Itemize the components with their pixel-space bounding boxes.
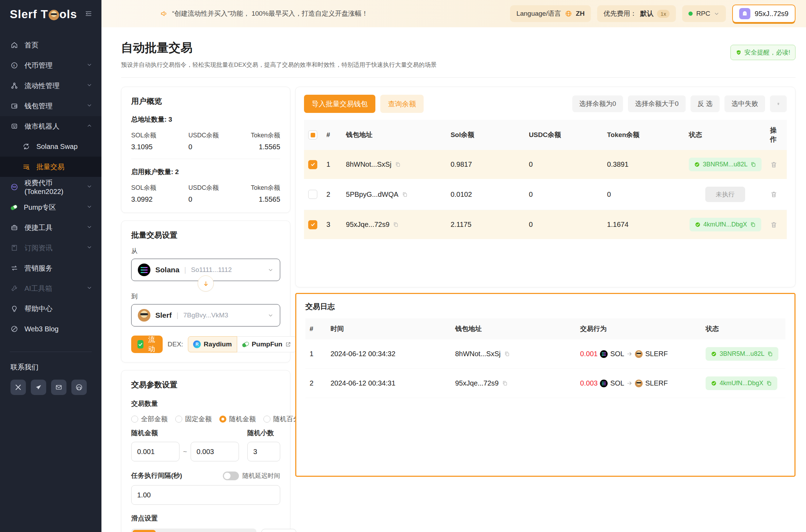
chevron-down-icon [86, 102, 92, 110]
random-amount-min-input[interactable] [131, 442, 179, 461]
select-all-checkbox[interactable] [308, 130, 317, 139]
sidebar-item-tax-token[interactable]: TAX 税费代币(Token2022) [0, 177, 101, 197]
slippage-0.3-option[interactable]: 0.3% [156, 531, 181, 532]
quantity-label: 交易数量 [131, 399, 280, 408]
language-selector[interactable]: Language/语言 ZH [510, 5, 591, 22]
total-sol-balance: SOL余额3.1095 [131, 131, 156, 151]
random-delay-label: 随机延迟时间 [242, 472, 280, 480]
params-title: 交易参数设置 [131, 380, 280, 390]
sidebar: Slerf Tols 首页 $ 代币管理 流动性管理 钱包管理 做市机器 [0, 0, 101, 532]
log-row: 1 2024-06-12 00:34:32 8hWNot...SxSj 0.00… [305, 339, 785, 369]
interval-input[interactable] [131, 485, 280, 505]
check-circle-icon [694, 161, 700, 167]
batch-trade-settings-card: 批量交易设置 从 Solana | So1111...1112 到 Slerf … [121, 221, 290, 362]
chevron-down-icon [268, 312, 274, 318]
copy-icon [750, 161, 756, 167]
sidebar-item-help-center[interactable]: 帮助中心 [0, 299, 101, 319]
select-failed-button[interactable]: 选中失败 [724, 95, 765, 112]
priority-fee-selector[interactable]: 优先费用： 默认 1x [597, 5, 676, 22]
sidebar-item-pump-zone[interactable]: Pump专区 [0, 197, 101, 217]
swap-icon [22, 143, 30, 150]
select-zero-balance-button[interactable]: 选择余额为0 [572, 95, 623, 112]
table-row: 3 95xJqe...72s9 2.1175 0 1.1674 4kmUfN..… [304, 210, 787, 239]
nodes-icon [10, 82, 18, 89]
github-icon[interactable] [71, 380, 87, 395]
row-checkbox[interactable] [308, 190, 317, 199]
log-title: 交易日志 [305, 302, 785, 311]
safety-notice-button[interactable]: 安全提醒，必读! [730, 45, 796, 60]
tx-status-badge[interactable]: 4kmUfN...DbgX [706, 376, 777, 390]
invert-selection-button[interactable]: 反 选 [691, 95, 720, 112]
query-balance-button[interactable]: 查询余额 [380, 95, 424, 113]
app-logo[interactable]: Slerf Tols [10, 8, 77, 21]
sidebar-item-token-management[interactable]: $ 代币管理 [0, 55, 101, 76]
row-checkbox[interactable] [308, 220, 317, 229]
dex-raydium-button[interactable]: R Raydium [188, 336, 237, 352]
import-wallets-button[interactable]: 导入批量交易钱包 [304, 95, 375, 113]
sidebar-menu: 首页 $ 代币管理 流动性管理 钱包管理 做市机器人 Solana Swa [0, 26, 101, 339]
radio-all-amount[interactable]: 全部金额 [131, 415, 168, 424]
sidebar-item-tools[interactable]: 便捷工具 [0, 217, 101, 238]
rpc-selector[interactable]: RPC [682, 5, 726, 22]
copy-icon[interactable] [393, 222, 399, 228]
radio-random-amount[interactable]: 随机金额 [219, 415, 256, 424]
copy-icon[interactable] [502, 380, 508, 386]
delete-row-icon[interactable] [770, 161, 783, 168]
page-title: 自动批量交易 [121, 40, 437, 56]
tx-status-badge[interactable]: 3BNR5M...u82L [689, 158, 762, 171]
sidebar-item-market-maker-bot[interactable]: 做市机器人 [0, 116, 101, 136]
collapse-sidebar-icon[interactable] [85, 10, 92, 19]
radio-fixed-amount[interactable]: 固定金额 [175, 415, 212, 424]
sidebar-item-news[interactable]: 订阅资讯 [0, 238, 101, 258]
copy-icon [766, 380, 772, 386]
random-decimals-label: 随机小数 [247, 429, 280, 438]
email-icon[interactable] [51, 380, 66, 395]
copy-icon[interactable] [402, 192, 408, 197]
robot-icon [10, 122, 18, 130]
sidebar-item-solana-swap[interactable]: Solana Swap [0, 136, 101, 157]
find-liquidity-pool-button[interactable]: 查找流动性池 [131, 336, 163, 353]
overview-title: 用户概览 [131, 96, 280, 107]
svg-text:TAX: TAX [12, 186, 16, 188]
slippage-custom-input[interactable] [261, 529, 296, 532]
copy-icon[interactable] [395, 161, 401, 167]
delete-row-icon[interactable] [770, 190, 783, 198]
sidebar-item-ai-toolbox[interactable]: AI工具箱 [0, 278, 101, 299]
dex-pumpfun-button[interactable]: PumpFun [237, 336, 297, 352]
sidebar-item-wallet-management[interactable]: 钱包管理 [0, 96, 101, 116]
random-amount-max-input[interactable] [191, 442, 239, 461]
sidebar-section-market-maker: 做市机器人 Solana Swap 批量交易 [0, 116, 101, 177]
swap-direction-button[interactable] [198, 275, 214, 292]
sidebar-item-home[interactable]: 首页 [0, 35, 101, 55]
sidebar-item-batch-trade[interactable]: 批量交易 [0, 157, 101, 177]
delete-selected-button[interactable] [770, 95, 787, 112]
tx-status-badge[interactable]: 4kmUfN...DbgX [690, 218, 761, 231]
sidebar-item-web3-blog[interactable]: Web3 Blog [0, 319, 101, 339]
random-delay-toggle[interactable] [223, 472, 239, 480]
slippage-auto-option[interactable]: 自动 [133, 530, 156, 532]
shield-check-icon [736, 50, 742, 56]
dex-label: DEX: [168, 340, 183, 348]
slippage-0.5-option[interactable]: 0.5% [181, 531, 205, 532]
telegram-icon[interactable] [31, 380, 46, 395]
x-twitter-icon[interactable] [10, 380, 26, 395]
sidebar-item-marketing[interactable]: 营销服务 [0, 258, 101, 278]
trade-log-panel: 交易日志 # 时间 钱包地址 交易行为 状态 1 [295, 293, 796, 477]
pill-icon [10, 206, 17, 209]
slippage-3.0-option[interactable]: 3.0% [230, 531, 255, 532]
random-decimals-input[interactable] [247, 442, 280, 461]
trade-log-table: # 时间 钱包地址 交易行为 状态 1 2024-06-12 00:34:32 … [305, 318, 785, 398]
select-gt-zero-button[interactable]: 选择余额大于0 [628, 95, 686, 112]
wallet-connect-button[interactable]: 95xJ..72s9 [732, 5, 796, 23]
enabled-token-balance: Token余额1.5565 [251, 184, 280, 203]
wallet-table-panel: 导入批量交易钱包 查询余额 选择余额为0 选择余额大于0 反 选 选中失败 [295, 87, 796, 287]
slippage-1.0-option[interactable]: 1.0% [205, 531, 230, 532]
solana-icon [138, 264, 150, 276]
row-checkbox[interactable] [308, 160, 317, 169]
check-circle-icon [711, 380, 717, 386]
sidebar-item-liquidity-management[interactable]: 流动性管理 [0, 76, 101, 96]
delete-row-icon[interactable] [770, 221, 783, 229]
copy-icon[interactable] [504, 351, 510, 357]
tx-status-badge[interactable]: 3BNR5M...u82L [706, 347, 778, 361]
announcement-bar: “创建流动性并买入”功能， 100%最早买入，打造自定义开盘涨幅！ [160, 9, 510, 18]
